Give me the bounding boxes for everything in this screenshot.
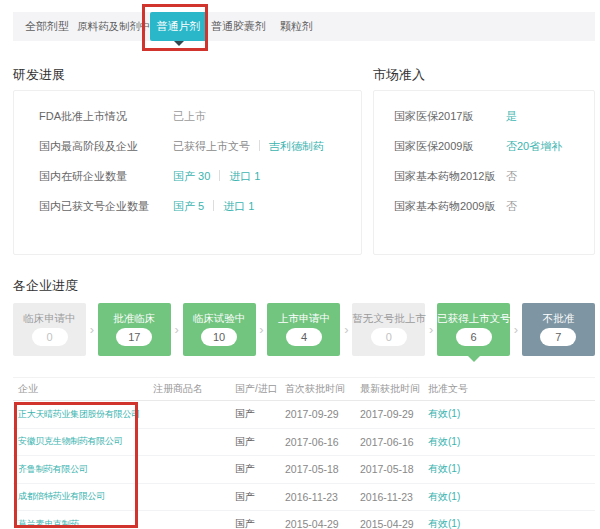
origin-cell: 国产 [235,462,285,476]
origin-cell: 国产 [235,407,285,421]
license-link[interactable]: 有效(1) [428,490,595,504]
domestic-count-link[interactable]: 国产 30 [173,170,210,182]
row-value: 已上市 [173,110,206,122]
first-approval-cell: 2017-06-16 [285,436,360,448]
chevron-right-icon [259,303,263,356]
row-label: 国家医保2009版 [394,131,506,161]
origin-cell: 国产 [235,517,285,529]
row-value: 已获得上市文号 [173,140,250,152]
row-label: 国家基本药物2009版 [394,191,506,221]
tab-granule[interactable]: 颗粒剂 [280,12,313,41]
stage-count: 17 [116,328,152,346]
import-count-link[interactable]: 进口 1 [223,200,254,212]
chevron-right-icon [175,303,179,356]
first-approval-cell: 2016-11-23 [285,491,360,503]
first-approval-cell: 2017-05-18 [285,463,360,475]
market-access-title: 市场准入 [373,66,425,84]
row-label: 国内在研企业数量 [39,161,173,191]
stage-count: 0 [371,328,407,346]
stage-count: 4 [286,328,322,346]
row-label: 国家医保2017版 [394,101,506,131]
chevron-right-icon [344,303,348,356]
row-value: 否20省增补 [506,140,562,152]
stage-label: 暂无文号批上市 [352,311,425,325]
row-value: 是 [506,110,517,122]
tab-capsule[interactable]: 普通胶囊剂 [211,12,266,41]
stage-count: 6 [456,328,492,346]
rnd-progress-title: 研发进展 [13,66,65,84]
chevron-right-icon [514,303,518,356]
first-approval-cell: 2017-09-29 [285,408,360,420]
license-link[interactable]: 有效(1) [428,462,595,476]
table-header: 企业 注册商品名 国产/进口 首次获批时间 最新获批时间 批准文号 [13,378,595,401]
company-link[interactable]: 吉利德制药 [269,140,324,152]
divider [219,170,220,181]
col-brand: 注册商品名 [153,382,235,396]
col-first-approval: 首次获批时间 [285,382,360,396]
progress-stage-row: 临床申请中0 批准临床17 临床试验中10 上市申请中4 暂无文号批上市0 已获… [13,303,595,356]
red-annotation-box-tab [142,4,208,51]
chevron-right-icon [90,303,94,356]
license-link[interactable]: 有效(1) [428,517,595,529]
market-row-essential-2009: 国家基本药物2009版否 [394,191,517,221]
stage-marketing-application[interactable]: 上市申请中4 [267,303,340,356]
red-annotation-box-companies [14,402,138,528]
import-count-link[interactable]: 进口 1 [229,170,260,182]
stage-label: 临床试验中 [183,311,256,325]
col-license: 批准文号 [428,382,595,396]
license-link[interactable]: 有效(1) [428,407,595,421]
row-value: 否 [506,170,517,182]
stage-label: 不批准 [522,311,595,325]
row-label: FDA批准上市情况 [39,101,173,131]
row-value: 否 [506,200,517,212]
market-row-essential-2012: 国家基本药物2012版否 [394,161,517,191]
chevron-right-icon [429,303,433,356]
stage-label: 临床申请中 [13,311,86,325]
stage-no-license-approved[interactable]: 暂无文号批上市0 [352,303,425,356]
stage-label: 批准临床 [98,311,171,325]
stage-label: 上市申请中 [267,311,340,325]
rnd-row-licensed-count: 国内已获文号企业数量国产 5进口 1 [39,191,254,221]
rnd-row-highest-stage: 国内最高阶段及企业已获得上市文号吉利德制药 [39,131,324,161]
divider [259,140,260,151]
market-row-2017: 国家医保2017版是 [394,101,517,131]
company-progress-title: 各企业进度 [13,277,78,295]
row-label: 国内已获文号企业数量 [39,191,173,221]
divider [213,200,214,211]
latest-approval-cell: 2017-09-29 [360,408,428,420]
origin-cell: 国产 [235,490,285,504]
license-link[interactable]: 有效(1) [428,435,595,449]
tab-all-dosage-forms[interactable]: 全部剂型 [25,12,69,41]
rnd-row-fda: FDA批准上市情况已上市 [39,101,206,131]
stage-licensed[interactable]: 已获得上市文号6 [437,303,510,356]
first-approval-cell: 2015-04-29 [285,518,360,529]
col-latest-approval: 最新获批时间 [360,382,428,396]
stage-count: 10 [201,328,237,346]
latest-approval-cell: 2016-11-23 [360,491,428,503]
latest-approval-cell: 2017-05-18 [360,463,428,475]
col-company: 企业 [18,382,153,396]
row-label: 国内最高阶段及企业 [39,131,173,161]
stage-clinical-application[interactable]: 临床申请中0 [13,303,86,356]
market-access-panel: 国家医保2017版是 国家医保2009版否20省增补 国家基本药物2012版否 … [373,90,595,255]
stage-clinical-trial[interactable]: 临床试验中10 [183,303,256,356]
row-label: 国家基本药物2012版 [394,161,506,191]
col-origin: 国产/进口 [235,382,285,396]
stage-label: 已获得上市文号 [437,311,510,325]
market-row-2009: 国家医保2009版否20省增补 [394,131,562,161]
stage-count: 0 [32,328,68,346]
origin-cell: 国产 [235,435,285,449]
stage-not-approved[interactable]: 不批准7 [522,303,595,356]
latest-approval-cell: 2017-06-16 [360,436,428,448]
stage-count: 7 [540,328,576,346]
dosage-form-tabbar: 全部剂型 原料药及制剂中间体 普通片剂 普通胶囊剂 颗粒剂 [13,12,595,41]
rnd-progress-panel: FDA批准上市情况已上市 国内最高阶段及企业已获得上市文号吉利德制药 国内在研企… [13,90,362,255]
latest-approval-cell: 2015-04-29 [360,518,428,529]
domestic-count-link[interactable]: 国产 5 [173,200,204,212]
rnd-row-in-research-count: 国内在研企业数量国产 30进口 1 [39,161,260,191]
stage-clinical-approved[interactable]: 批准临床17 [98,303,171,356]
